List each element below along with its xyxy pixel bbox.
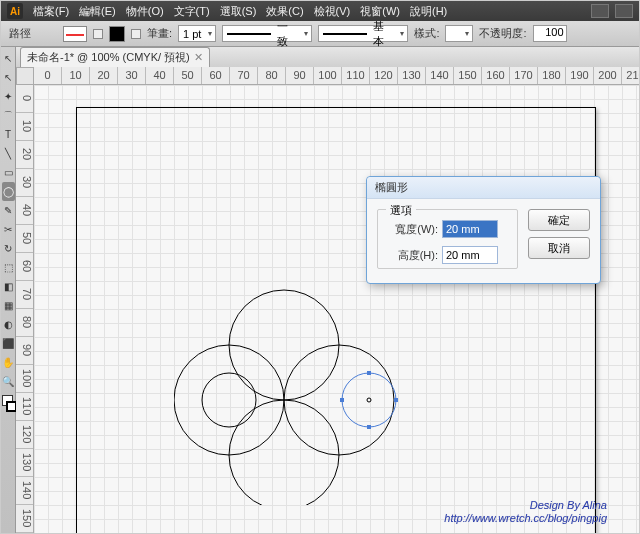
tab-title: 未命名-1* @ 100% (CMYK/ 預視) [27,50,190,65]
ok-button[interactable]: 確定 [528,209,590,231]
drawing-shapes [174,275,434,507]
svg-rect-7 [340,398,344,402]
document-tab[interactable]: 未命名-1* @ 100% (CMYK/ 預視) ✕ [20,47,210,67]
menu-bar: Ai 檔案(F) 編輯(E) 物件(O) 文字(T) 選取(S) 效果(C) 檢… [1,1,639,21]
dialog-group-label: 選項 [386,203,416,218]
swap-icon[interactable] [93,29,103,39]
ruler-corner [16,67,34,85]
layout-icon[interactable] [591,4,609,18]
path-label: 路徑 [9,26,31,41]
arrange-icon[interactable] [615,4,633,18]
shape-builder-tool[interactable]: ◧ [2,277,15,296]
document-area: 未命名-1* @ 100% (CMYK/ 預視) ✕ 01020 304050 … [16,47,639,533]
style-label: 樣式: [414,26,439,41]
svg-rect-6 [367,425,371,429]
height-input[interactable] [442,246,498,264]
width-input[interactable] [442,220,498,238]
width-tool[interactable]: ⬚ [2,258,15,277]
stroke-swatch[interactable] [63,26,87,42]
app-logo: Ai [7,3,23,19]
fill-stroke-control[interactable] [2,395,15,415]
brush-dropdown[interactable]: 基本 [318,25,408,42]
rotate-tool[interactable]: ↻ [2,239,15,258]
dialog-title[interactable]: 橢圓形 [367,177,600,199]
ellipse-tool[interactable]: ◯ [2,182,15,201]
svg-rect-8 [394,398,398,402]
fill-swatch[interactable] [109,26,125,42]
credit-text: Design By Alina http://www.wretch.cc/blo… [444,499,607,525]
profile-dropdown[interactable]: 一致 [222,25,312,42]
ellipse-dialog: 橢圓形 選項 寬度(W): 高度(H): 確定 取消 [366,176,601,284]
menu-file[interactable]: 檔案(F) [33,4,69,19]
svg-point-1 [174,345,284,455]
menu-edit[interactable]: 編輯(E) [79,4,116,19]
fill-toggle-icon[interactable] [131,29,141,39]
menu-type[interactable]: 文字(T) [174,4,210,19]
rectangle-tool[interactable]: ▭ [2,163,15,182]
svg-point-9 [367,398,371,402]
selection-tool[interactable]: ↖ [2,49,15,68]
style-dropdown[interactable] [445,25,473,42]
menu-help[interactable]: 說明(H) [410,4,447,19]
menu-view[interactable]: 檢視(V) [314,4,351,19]
svg-rect-5 [367,371,371,375]
brush-sample-icon [323,33,366,35]
scissors-tool[interactable]: ✂ [2,220,15,239]
pen-tool[interactable]: ⌒ [2,106,15,125]
type-tool[interactable]: T [2,125,15,144]
mesh-tool[interactable]: ▦ [2,296,15,315]
tool-panel: ↖ ↖ ✦ ⌒ T ╲ ▭ ◯ ✎ ✂ ↻ ⬚ ◧ ▦ ◐ ⬛ ✋ 🔍 [1,47,16,533]
magic-wand-tool[interactable]: ✦ [2,87,15,106]
options-bar: 路徑 筆畫: 1 pt 一致 基本 樣式: 不透明度: 100 [1,21,639,47]
menu-object[interactable]: 物件(O) [126,4,164,19]
stroke-weight-dropdown[interactable]: 1 pt [178,25,216,42]
width-label: 寬度(W): [386,222,438,237]
ruler-vertical: 01020 304050 607080 90100110 120130140 1… [16,85,34,533]
stroke-label: 筆畫: [147,26,172,41]
close-icon[interactable]: ✕ [194,51,203,64]
gradient-tool[interactable]: ◐ [2,315,15,334]
menu-effect[interactable]: 效果(C) [266,4,303,19]
hand-tool[interactable]: ✋ [2,353,15,372]
ruler-horizontal: 01020 304050 607080 90100110 120130140 1… [34,67,639,85]
canvas[interactable] [34,85,639,533]
opacity-input[interactable]: 100 [533,25,567,42]
opacity-label: 不透明度: [479,26,526,41]
zoom-tool[interactable]: 🔍 [2,372,15,391]
line-tool[interactable]: ╲ [2,144,15,163]
svg-point-0 [229,290,339,400]
menu-select[interactable]: 選取(S) [220,4,257,19]
cancel-button[interactable]: 取消 [528,237,590,259]
pencil-tool[interactable]: ✎ [2,201,15,220]
svg-point-2 [284,345,394,455]
svg-point-4 [202,373,256,427]
height-label: 高度(H): [386,248,438,263]
direct-selection-tool[interactable]: ↖ [2,68,15,87]
profile-sample-icon [227,33,270,35]
menu-window[interactable]: 視窗(W) [360,4,400,19]
selected-ellipse[interactable] [342,373,396,427]
tab-bar: 未命名-1* @ 100% (CMYK/ 預視) ✕ [16,47,639,67]
artboard-tool[interactable]: ⬛ [2,334,15,353]
